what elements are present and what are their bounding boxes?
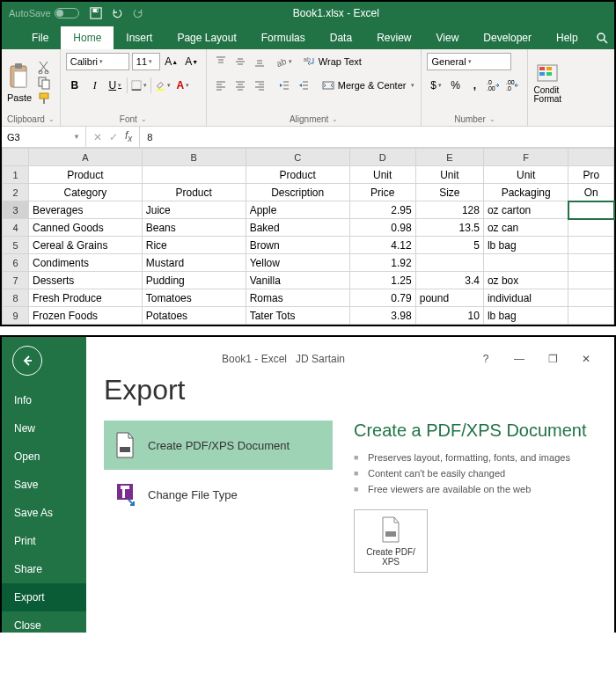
cell[interactable]: lb bag (483, 237, 568, 254)
nav-item-open[interactable]: Open (2, 443, 86, 471)
row-header[interactable]: 3 (3, 201, 29, 219)
cell[interactable]: Frozen Foods (29, 307, 143, 325)
cell[interactable]: oz can (483, 219, 568, 237)
column-header[interactable] (568, 149, 614, 166)
cancel-formula-icon[interactable]: ✕ (93, 131, 102, 143)
cell[interactable] (568, 272, 614, 289)
decrease-indent-button[interactable] (275, 77, 293, 94)
row-header[interactable]: 1 (3, 166, 29, 184)
cell[interactable]: 13.5 (415, 219, 483, 237)
cell[interactable]: 5 (415, 237, 483, 254)
cell[interactable]: 1.25 (349, 272, 415, 289)
tab-developer[interactable]: Developer (471, 26, 544, 49)
cell[interactable]: 0.98 (349, 219, 415, 237)
cell[interactable]: 4.12 (349, 237, 415, 254)
tab-data[interactable]: Data (318, 26, 364, 49)
cell[interactable]: Juice (142, 201, 246, 219)
cell[interactable]: 3.4 (415, 272, 483, 289)
redo-icon[interactable] (132, 7, 144, 19)
cell[interactable]: Unit (483, 166, 568, 184)
nav-item-close[interactable]: Close (2, 611, 86, 633)
create-pdf-xps-button[interactable]: Create PDF/ XPS (354, 509, 428, 573)
row-header[interactable]: 2 (3, 184, 29, 201)
cell[interactable]: Fresh Produce (29, 289, 143, 307)
cell[interactable]: individual (483, 289, 568, 307)
cell[interactable]: Condiments (29, 254, 143, 272)
cell[interactable]: Beverages (29, 201, 143, 219)
number-format-select[interactable]: General (427, 53, 511, 70)
column-header[interactable]: D (349, 149, 415, 166)
tab-page-layout[interactable]: Page Layout (165, 26, 248, 49)
cell[interactable]: Baked (246, 219, 349, 237)
decrease-decimal-button[interactable]: .00.0 (504, 77, 522, 94)
increase-decimal-button[interactable]: .0.00 (485, 77, 502, 94)
cell[interactable]: pound (415, 289, 483, 307)
column-header[interactable]: A (29, 149, 143, 166)
format-painter-button[interactable] (37, 91, 53, 106)
cell[interactable]: Potatoes (142, 307, 246, 325)
row-header[interactable]: 7 (3, 272, 29, 289)
select-all-corner[interactable] (3, 149, 29, 166)
spreadsheet-grid[interactable]: ABCDEF1ProductProductUnitUnitUnitPro2Cat… (2, 148, 614, 325)
cell[interactable] (483, 254, 568, 272)
currency-button[interactable]: $ (427, 77, 444, 94)
row-header[interactable]: 6 (3, 254, 29, 272)
cell[interactable]: Beans (142, 219, 246, 237)
undo-icon[interactable] (111, 7, 123, 19)
row-header[interactable]: 9 (3, 307, 29, 325)
cell[interactable]: 2.95 (349, 201, 415, 219)
nav-item-info[interactable]: Info (2, 386, 86, 414)
cell[interactable]: Product (142, 184, 246, 201)
column-header[interactable]: C (246, 149, 349, 166)
cell[interactable]: Size (415, 184, 483, 201)
cell[interactable]: Pudding (142, 272, 246, 289)
export-option-change-file-type[interactable]: Change File Type (104, 470, 333, 519)
cell[interactable]: Mustard (142, 254, 246, 272)
tab-insert[interactable]: Insert (114, 26, 165, 49)
nav-item-print[interactable]: Print (2, 527, 86, 555)
font-color-button[interactable]: A (174, 77, 192, 94)
align-left-button[interactable] (212, 77, 230, 94)
enter-formula-icon[interactable]: ✓ (109, 131, 118, 143)
cell[interactable]: Vanilla (246, 272, 349, 289)
search-icon[interactable] (590, 26, 613, 49)
help-button[interactable]: ? (475, 353, 496, 365)
comma-button[interactable]: , (466, 77, 483, 94)
cell[interactable]: Category (29, 184, 143, 201)
fx-icon[interactable]: fx (125, 129, 132, 143)
row-header[interactable]: 5 (3, 237, 29, 254)
cell[interactable]: 0.79 (349, 289, 415, 307)
align-right-button[interactable] (251, 77, 268, 94)
cell[interactable]: Romas (246, 289, 349, 307)
font-size-select[interactable]: 11 (132, 53, 160, 70)
column-header[interactable]: F (483, 149, 568, 166)
cell[interactable]: Pro (568, 166, 614, 184)
tab-formulas[interactable]: Formulas (249, 26, 318, 49)
orientation-button[interactable]: ab (275, 53, 293, 70)
cell[interactable]: Price (349, 184, 415, 201)
tab-home[interactable]: Home (61, 26, 114, 49)
cell[interactable]: oz carton (483, 201, 568, 219)
cell[interactable]: Tomatoes (142, 289, 246, 307)
align-bottom-button[interactable] (251, 53, 268, 70)
cell[interactable]: 10 (415, 307, 483, 325)
increase-font-button[interactable]: A▲ (163, 53, 180, 70)
cell[interactable]: Unit (349, 166, 415, 184)
underline-button[interactable]: U (106, 77, 124, 94)
back-button[interactable] (12, 346, 42, 376)
cell[interactable]: lb bag (483, 307, 568, 325)
minimize-button[interactable]: — (509, 353, 530, 365)
cell[interactable]: oz box (483, 272, 568, 289)
column-header[interactable]: E (415, 149, 483, 166)
cell[interactable] (142, 166, 246, 184)
tab-view[interactable]: View (424, 26, 472, 49)
cell[interactable] (568, 201, 614, 219)
cut-button[interactable] (37, 60, 53, 74)
close-button[interactable]: ✕ (576, 353, 597, 365)
cell[interactable]: On (568, 184, 614, 201)
cell[interactable]: Description (246, 184, 349, 201)
cell[interactable]: 3.98 (349, 307, 415, 325)
merge-center-button[interactable]: Merge & Center (321, 77, 416, 94)
nav-item-share[interactable]: Share (2, 555, 86, 583)
row-header[interactable]: 4 (3, 219, 29, 237)
